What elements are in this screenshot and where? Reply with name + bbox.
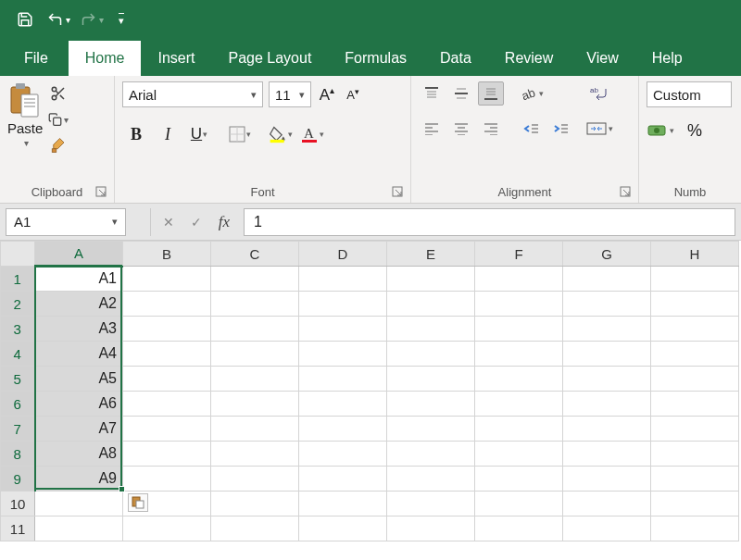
cell[interactable] xyxy=(563,317,651,342)
increase-indent-button[interactable] xyxy=(548,117,574,141)
cell[interactable]: A2 xyxy=(35,292,123,317)
format-painter-button[interactable] xyxy=(48,135,69,156)
dialog-launcher-alignment[interactable] xyxy=(620,186,633,199)
cell[interactable] xyxy=(123,417,211,442)
cell[interactable] xyxy=(563,516,651,541)
tab-page-layout[interactable]: Page Layout xyxy=(211,41,328,76)
borders-button[interactable]: ▾ xyxy=(226,120,254,148)
row-header[interactable]: 11 xyxy=(1,516,35,541)
column-header[interactable]: E xyxy=(387,242,475,267)
cell[interactable] xyxy=(211,467,299,492)
font-size-combo[interactable]: 11 ▾ xyxy=(269,81,311,107)
cell[interactable] xyxy=(299,392,387,417)
cell[interactable] xyxy=(123,342,211,367)
cell[interactable] xyxy=(651,516,739,541)
cell[interactable] xyxy=(651,492,739,516)
dialog-launcher-clipboard[interactable] xyxy=(95,186,108,199)
cell[interactable] xyxy=(387,467,475,492)
cell[interactable]: A4 xyxy=(35,342,123,367)
cell[interactable] xyxy=(651,267,739,292)
font-name-combo[interactable]: Arial ▾ xyxy=(122,81,263,107)
redo-button[interactable]: ▾ xyxy=(80,7,104,31)
cell[interactable] xyxy=(211,267,299,292)
row-header[interactable]: 4 xyxy=(1,342,35,367)
fill-color-button[interactable]: ▾ xyxy=(267,120,295,148)
cell[interactable] xyxy=(299,516,387,541)
cell[interactable] xyxy=(211,292,299,317)
align-center-button[interactable] xyxy=(448,117,474,141)
accounting-format-button[interactable]: ▾ xyxy=(647,118,674,143)
cell[interactable] xyxy=(475,392,563,417)
cell[interactable] xyxy=(299,442,387,467)
cell[interactable] xyxy=(387,392,475,417)
cell[interactable] xyxy=(211,342,299,367)
align-bottom-button[interactable] xyxy=(478,81,504,106)
cell[interactable]: A6 xyxy=(35,392,123,417)
cell[interactable] xyxy=(211,367,299,392)
cell[interactable] xyxy=(475,317,563,342)
align-top-button[interactable] xyxy=(419,81,445,106)
column-header[interactable]: H xyxy=(651,242,739,267)
cell[interactable] xyxy=(563,417,651,442)
cell[interactable] xyxy=(387,516,475,541)
cell[interactable] xyxy=(211,516,299,541)
column-header[interactable]: C xyxy=(211,242,299,267)
paste-button[interactable]: Paste xyxy=(7,120,43,136)
cell[interactable] xyxy=(475,292,563,317)
tab-review[interactable]: Review xyxy=(488,41,570,76)
cell[interactable] xyxy=(387,367,475,392)
decrease-font-button[interactable]: A▾ xyxy=(343,82,363,106)
row-header[interactable]: 10 xyxy=(1,492,35,516)
customize-qat-button[interactable]: ▾ xyxy=(113,7,130,31)
bold-button[interactable]: B xyxy=(122,120,150,148)
column-header[interactable]: A xyxy=(35,242,123,267)
cell[interactable] xyxy=(651,367,739,392)
orientation-button[interactable]: ab▾ xyxy=(519,81,545,106)
align-right-button[interactable] xyxy=(478,117,504,141)
cell[interactable] xyxy=(123,467,211,492)
chevron-down-icon[interactable]: ▾ xyxy=(24,138,29,148)
dialog-launcher-font[interactable] xyxy=(392,186,405,199)
cell[interactable] xyxy=(651,467,739,492)
cell[interactable] xyxy=(387,292,475,317)
column-header[interactable]: D xyxy=(299,242,387,267)
cell[interactable] xyxy=(475,367,563,392)
align-left-button[interactable] xyxy=(419,117,445,141)
wrap-text-button[interactable]: ab xyxy=(584,81,615,106)
cell[interactable] xyxy=(123,516,211,541)
increase-font-button[interactable]: A▴ xyxy=(317,82,337,106)
tab-file[interactable]: File xyxy=(7,41,69,76)
select-all-corner[interactable] xyxy=(1,242,35,267)
paste-options-button[interactable] xyxy=(128,493,148,512)
row-header[interactable]: 1 xyxy=(1,267,35,292)
cell[interactable] xyxy=(123,367,211,392)
cell[interactable] xyxy=(35,516,123,541)
row-header[interactable]: 9 xyxy=(1,467,35,492)
cell[interactable] xyxy=(475,267,563,292)
font-color-button[interactable]: A ▾ xyxy=(298,120,326,148)
cell[interactable] xyxy=(211,317,299,342)
cell[interactable] xyxy=(563,467,651,492)
cell[interactable] xyxy=(299,267,387,292)
cell[interactable] xyxy=(563,267,651,292)
formula-input[interactable]: 1 xyxy=(244,208,735,236)
cell[interactable] xyxy=(299,292,387,317)
cell[interactable]: A1 xyxy=(35,267,123,292)
cell[interactable] xyxy=(123,317,211,342)
column-header[interactable]: B xyxy=(123,242,211,267)
cell[interactable] xyxy=(211,442,299,467)
cell[interactable] xyxy=(123,392,211,417)
cell[interactable] xyxy=(651,342,739,367)
cell[interactable] xyxy=(387,492,475,516)
percent-format-button[interactable]: % xyxy=(682,118,708,143)
cell[interactable] xyxy=(123,267,211,292)
cell[interactable] xyxy=(651,392,739,417)
tab-help[interactable]: Help xyxy=(635,41,699,76)
cell[interactable] xyxy=(387,342,475,367)
number-format-combo[interactable]: Custom xyxy=(647,81,732,107)
row-header[interactable]: 5 xyxy=(1,367,35,392)
cell[interactable] xyxy=(651,317,739,342)
worksheet-grid[interactable]: ABCDEFGH1A12A23A34A45A56A67A78A89A91011 xyxy=(0,241,741,541)
cell[interactable] xyxy=(123,292,211,317)
cell[interactable] xyxy=(299,367,387,392)
